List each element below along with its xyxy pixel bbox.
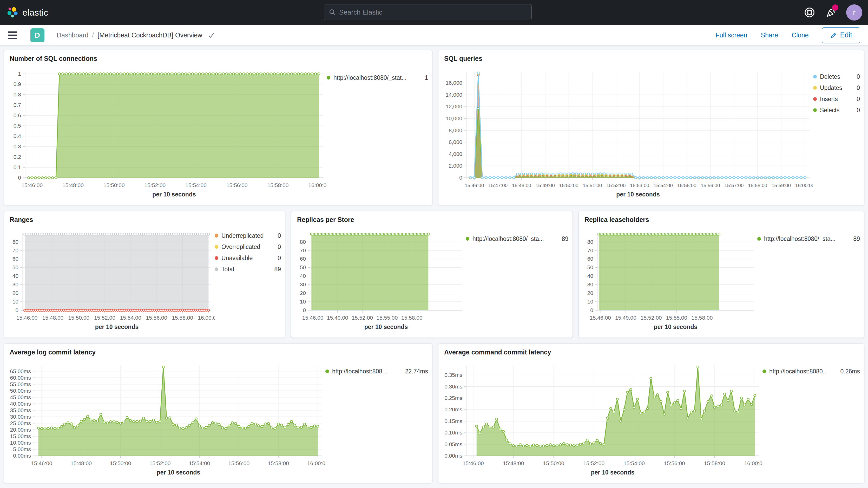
svg-text:15:46:00: 15:46:00 (590, 315, 611, 321)
checkmark-icon[interactable] (207, 31, 215, 39)
svg-text:30: 30 (300, 281, 306, 287)
elastic-logo[interactable]: elastic (7, 6, 48, 19)
svg-text:15:46:00: 15:46:00 (302, 315, 323, 321)
legend-color-dot (813, 109, 817, 112)
panel-title: Number of SQL connections (4, 50, 432, 64)
legend-item[interactable]: Deletes0 (813, 73, 860, 81)
search-input[interactable] (339, 8, 527, 17)
svg-text:15:54:00: 15:54:00 (189, 460, 210, 466)
legend-color-dot (327, 76, 330, 80)
legend-value: 0 (857, 95, 860, 103)
svg-text:0.25ms: 0.25ms (444, 395, 462, 401)
dashboard-content: Number of SQL connections 00.10.20.30.40… (0, 46, 868, 488)
svg-text:20: 20 (587, 290, 593, 296)
svg-text:50: 50 (587, 264, 593, 270)
legend-value: 0 (857, 106, 860, 114)
svg-text:6,000: 6,000 (448, 139, 462, 145)
chart-plot[interactable]: 0.00ms5.00ms10.00ms15.00ms20.00ms25.00ms… (8, 358, 326, 480)
svg-text:15:59:00: 15:59:00 (772, 183, 791, 188)
svg-text:40: 40 (587, 273, 593, 279)
svg-text:15:55:00: 15:55:00 (377, 315, 398, 321)
legend-value: 0 (278, 232, 281, 240)
chart-plot[interactable]: 0102030405060708015:46:0015:48:0015:50:0… (8, 225, 215, 334)
legend-color-dot (757, 237, 761, 241)
legend-label: Overreplicated (221, 243, 274, 251)
svg-text:0.00ms: 0.00ms (444, 453, 462, 459)
svg-text:15:50:00: 15:50:00 (543, 460, 564, 466)
legend-item[interactable]: Total89 (215, 265, 281, 273)
svg-text:15:46:00: 15:46:00 (465, 183, 484, 188)
breadcrumb: Dashboard / [Metricbeat CockroachDB] Ove… (57, 31, 215, 39)
svg-text:per 10 seconds: per 10 seconds (95, 324, 138, 330)
svg-text:10: 10 (587, 299, 593, 305)
svg-text:15:56:00: 15:56:00 (228, 460, 249, 466)
chart-plot[interactable]: 02,0004,0006,0008,00010,00012,00014,0001… (442, 64, 813, 202)
svg-text:1: 1 (18, 71, 21, 77)
newsfeed-icon[interactable] (825, 6, 837, 19)
legend-item[interactable]: http://localhost:8080/_sta...89 (757, 235, 860, 243)
legend-item[interactable]: Overreplicated0 (215, 243, 281, 251)
chart-legend: Deletes0Updates0Inserts0Selects0 (813, 64, 860, 202)
svg-text:15:46:00: 15:46:00 (31, 460, 52, 466)
user-avatar[interactable]: r (846, 4, 862, 21)
panel-replica-leaseholders: Replica leaseholders 0102030405060708015… (579, 211, 864, 338)
svg-text:10,000: 10,000 (446, 115, 462, 121)
svg-text:0: 0 (18, 175, 21, 181)
svg-text:0: 0 (303, 307, 306, 313)
breadcrumb-dashboard[interactable]: Dashboard (57, 31, 88, 39)
pencil-icon (830, 32, 837, 39)
legend-item[interactable]: http://localhost:8080/_stat...1 (327, 74, 428, 82)
svg-text:0: 0 (16, 307, 19, 313)
svg-text:per 10 seconds: per 10 seconds (591, 469, 634, 476)
clone-link[interactable]: Clone (792, 31, 808, 39)
legend-color-dot (215, 267, 218, 271)
menu-icon[interactable] (0, 25, 25, 46)
svg-text:0.2: 0.2 (13, 154, 21, 160)
legend-label: http://localhost:8080/_sta... (472, 235, 558, 243)
svg-text:70: 70 (587, 247, 593, 253)
legend-item[interactable]: Unavailable0 (215, 254, 281, 262)
svg-text:15:55:00: 15:55:00 (677, 183, 696, 188)
legend-label: Total (221, 265, 271, 273)
edit-button[interactable]: Edit (822, 27, 860, 43)
legend-item[interactable]: http://localhost:8080/_sta...89 (466, 235, 568, 243)
share-link[interactable]: Share (761, 31, 778, 39)
svg-text:0.7: 0.7 (13, 102, 21, 108)
svg-text:15:52:00: 15:52:00 (641, 315, 662, 321)
legend-item[interactable]: http://localhost:8080...0.26ms (763, 367, 860, 375)
legend-item[interactable]: Inserts0 (813, 95, 860, 103)
panel-title: Average log commit latency (4, 344, 432, 358)
legend-label: Deletes (820, 73, 853, 81)
legend-item[interactable]: Underreplicated0 (215, 232, 281, 240)
svg-text:15:48:00: 15:48:00 (503, 460, 524, 466)
chart-svg: 02,0004,0006,0008,00010,00012,00014,0001… (442, 64, 813, 202)
svg-text:10.00ms: 10.00ms (10, 440, 31, 446)
help-icon[interactable] (804, 6, 815, 19)
svg-text:12,000: 12,000 (446, 103, 462, 110)
legend-item[interactable]: Updates0 (813, 84, 860, 92)
chart-plot[interactable]: 0102030405060708015:46:0015:49:0015:52:0… (583, 225, 757, 334)
svg-text:0.1: 0.1 (13, 164, 21, 170)
dashboard-badge[interactable]: D (30, 28, 44, 42)
legend-label: http://localhost:8080/_sta... (764, 235, 849, 243)
svg-text:15:52:00: 15:52:00 (606, 183, 625, 188)
svg-text:55.00ms: 55.00ms (10, 381, 31, 387)
legend-value: 0 (278, 254, 281, 262)
svg-text:70: 70 (12, 247, 19, 253)
legend-item[interactable]: http://localhost:808...22.74ms (326, 367, 428, 375)
svg-text:15:46:00: 15:46:00 (463, 460, 484, 466)
svg-text:25.00ms: 25.00ms (10, 420, 31, 426)
legend-value: 0 (278, 243, 281, 251)
svg-text:20: 20 (12, 290, 19, 296)
svg-text:30.00ms: 30.00ms (10, 414, 31, 420)
svg-text:50: 50 (300, 264, 306, 270)
full-screen-link[interactable]: Full screen (715, 31, 747, 39)
global-search[interactable] (324, 4, 532, 20)
legend-color-dot (215, 245, 218, 249)
svg-text:15:58:00: 15:58:00 (704, 460, 725, 466)
chart-plot[interactable]: 0102030405060708015:46:0015:49:0015:52:0… (296, 225, 466, 334)
chart-plot[interactable]: 00.10.20.30.40.50.60.70.80.9115:46:0015:… (8, 64, 327, 202)
svg-text:0.4: 0.4 (13, 133, 21, 139)
legend-item[interactable]: Selects0 (813, 106, 860, 114)
chart-plot[interactable]: 0.00ms0.05ms0.10ms0.15ms0.20ms0.25ms0.30… (442, 358, 763, 480)
